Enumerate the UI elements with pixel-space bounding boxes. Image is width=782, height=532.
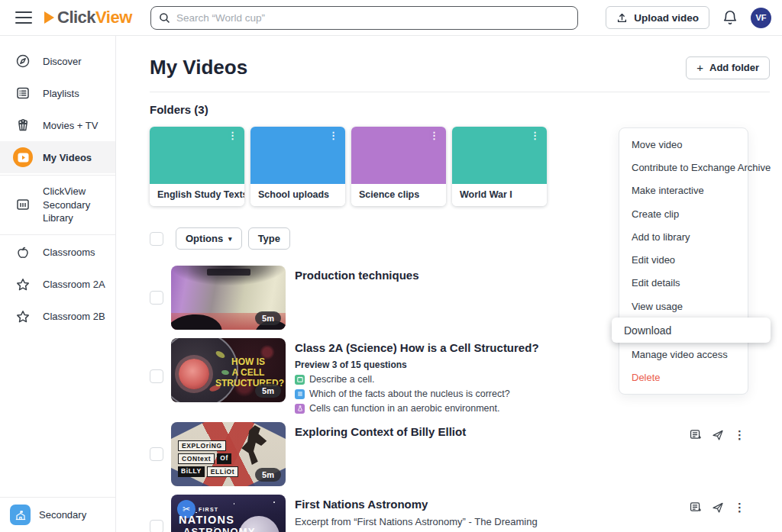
kebab-menu-icon[interactable]: ⋮	[734, 501, 745, 513]
page-title: My Videos	[150, 56, 247, 79]
star-icon	[13, 307, 33, 327]
upload-label: Upload video	[634, 12, 699, 24]
menu-item-move-video[interactable]: Move video	[619, 133, 748, 156]
thumbnail-overlay-text: FIRST	[199, 507, 218, 512]
select-all-checkbox[interactable]	[150, 232, 163, 246]
folder-name: World War I	[452, 184, 547, 206]
sidebar-item-playlists[interactable]: Playlists	[0, 77, 115, 109]
kebab-menu-icon[interactable]: ⋮	[328, 131, 338, 140]
video-context-menu: Move video Contribute to Exchange Archiv…	[619, 127, 748, 395]
duration-badge: 5m	[255, 468, 281, 482]
upload-icon	[616, 12, 628, 24]
logo-text-click: Click	[57, 8, 95, 27]
search-input[interactable]	[176, 12, 570, 24]
add-folder-button[interactable]: + Add folder	[686, 56, 770, 79]
notifications-bell-icon[interactable]	[722, 9, 738, 26]
question-item: Cells can function in an aerobic environ…	[295, 403, 770, 414]
thumbnail-overlay-text: EXPLOriNG CONtextOf BiLLYELLiOt	[178, 440, 238, 477]
folder-card[interactable]: ⋮ English Study Texts	[150, 127, 244, 206]
folder-card[interactable]: ⋮ Science clips	[351, 127, 446, 206]
menu-item-contribute-exchange-archive[interactable]: Contribute to Exchange Archive	[619, 156, 748, 179]
logo-play-icon	[44, 11, 54, 24]
video-checkbox[interactable]	[150, 447, 163, 461]
add-to-playlist-icon[interactable]	[689, 501, 702, 514]
search-icon	[159, 12, 170, 24]
menu-item-edit-video[interactable]: Edit video	[619, 248, 748, 271]
sidebar-item-classrooms[interactable]: Classrooms	[0, 237, 115, 269]
video-subtitle: Excerpt from “First Nations Astronomy” -…	[295, 516, 770, 527]
folder-card[interactable]: ⋮ World War I	[452, 127, 547, 206]
upload-video-button[interactable]: Upload video	[606, 6, 709, 29]
row-actions: ⋮	[689, 501, 745, 514]
menu-item-manage-video-access[interactable]: Manage video access	[619, 343, 748, 366]
row-actions: ⋮	[689, 428, 745, 441]
user-avatar[interactable]: VF	[751, 8, 771, 28]
search-bar[interactable]	[150, 6, 578, 30]
menu-item-add-to-library[interactable]: Add to library	[619, 225, 748, 248]
add-to-playlist-icon[interactable]	[689, 428, 702, 441]
multiple-choice-icon	[295, 389, 305, 399]
sidebar-item-classroom-2b[interactable]: Classroom 2B	[0, 301, 115, 333]
video-thumbnail[interactable]: 5m	[171, 266, 286, 330]
options-button[interactable]: Options ▾	[176, 227, 242, 250]
thumbnail-overlay-text: NATIONS	[179, 514, 234, 526]
chevron-down-icon: ▾	[228, 235, 232, 243]
menu-item-download-highlighted[interactable]: Download	[612, 318, 771, 343]
true-false-icon	[295, 404, 305, 414]
folder-name: School uploads	[250, 184, 345, 206]
folder-name: English Study Texts	[150, 184, 244, 206]
sidebar-footer-secondary[interactable]: Secondary	[0, 497, 115, 532]
video-checkbox[interactable]	[150, 520, 163, 532]
type-button[interactable]: Type	[248, 227, 290, 250]
menu-item-delete[interactable]: Delete	[619, 366, 748, 389]
menu-icon[interactable]	[15, 11, 32, 24]
sidebar: Discover Playlists Movies + TV My Videos…	[0, 36, 116, 532]
plus-icon: +	[696, 61, 703, 74]
top-bar: ClickView Upload video VF	[0, 0, 782, 36]
menu-item-view-usage[interactable]: View usage	[619, 295, 748, 318]
kebab-menu-icon[interactable]: ⋮	[734, 429, 745, 440]
star-icon	[13, 275, 33, 295]
duration-badge: 5m	[255, 384, 281, 398]
video-row: ✂ FIRST NATIONS ASTRONOMY 5m First Natio…	[150, 495, 770, 532]
apple-icon	[13, 243, 33, 263]
kebab-menu-icon[interactable]: ⋮	[228, 131, 238, 140]
kebab-menu-icon[interactable]: ⋮	[429, 131, 439, 140]
popcorn-icon	[13, 115, 33, 135]
sidebar-item-movies-tv[interactable]: Movies + TV	[0, 109, 115, 141]
playlists-icon	[13, 83, 33, 103]
video-checkbox[interactable]	[150, 291, 163, 305]
video-thumbnail[interactable]: EXPLOriNG CONtextOf BiLLYELLiOt 5m	[171, 422, 286, 486]
sidebar-item-my-videos[interactable]: My Videos	[0, 141, 115, 173]
video-thumbnail[interactable]: ✂ FIRST NATIONS ASTRONOMY 5m	[171, 495, 286, 532]
video-row: EXPLOriNG CONtextOf BiLLYELLiOt 5m Explo…	[150, 422, 770, 486]
video-checkbox[interactable]	[150, 369, 163, 383]
video-thumbnail[interactable]: HOW IS A CELL STRUCTURED? 5m	[171, 338, 286, 402]
folder-card[interactable]: ⋮ School uploads	[250, 127, 345, 206]
menu-item-edit-details[interactable]: Edit details	[619, 272, 748, 295]
sidebar-item-classroom-2a[interactable]: Classroom 2A	[0, 269, 115, 301]
logo-text-view: View	[95, 8, 132, 27]
folders-heading: Folders (3)	[150, 103, 770, 116]
folder-name: Science clips	[351, 184, 446, 206]
share-icon[interactable]	[712, 501, 724, 514]
sidebar-item-discover[interactable]: Discover	[0, 45, 115, 77]
school-icon	[10, 505, 31, 525]
compass-icon	[13, 51, 33, 71]
my-videos-icon	[13, 147, 33, 167]
duration-badge: 5m	[255, 311, 281, 325]
menu-item-make-interactive[interactable]: Make interactive	[619, 179, 748, 202]
divider	[0, 175, 115, 176]
sidebar-item-clickview-secondary-library[interactable]: ClickView Secondary Library	[0, 177, 115, 233]
kebab-menu-icon[interactable]: ⋮	[530, 131, 540, 140]
open-question-icon	[295, 375, 305, 385]
clickview-logo[interactable]: ClickView	[44, 8, 132, 27]
menu-item-create-clip[interactable]: Create clip	[619, 202, 748, 225]
thumbnail-overlay-text: ASTRONOMY	[183, 526, 255, 532]
divider	[0, 234, 115, 235]
share-icon[interactable]	[712, 429, 724, 441]
library-icon	[13, 195, 33, 214]
divider	[150, 92, 770, 92]
